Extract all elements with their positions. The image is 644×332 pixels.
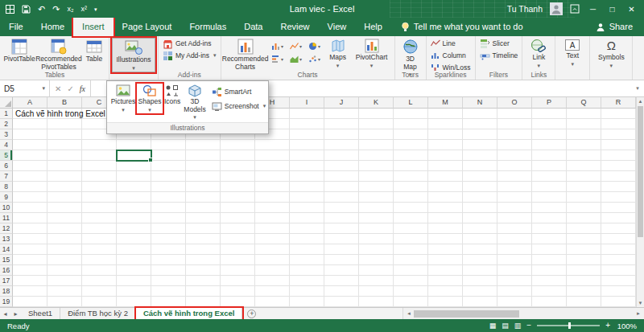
view-page-layout-icon[interactable]: ▤ <box>502 322 509 330</box>
recommended-charts-button[interactable]: Recommended Charts <box>224 38 267 72</box>
maps-button[interactable]: Maps <box>325 38 351 69</box>
horizontal-scrollbar[interactable]: ◄ ► <box>402 308 644 319</box>
view-page-break-icon[interactable]: ▥ <box>514 322 522 330</box>
column-header-O[interactable]: O <box>497 97 532 109</box>
row-header-19[interactable]: 19 <box>0 297 13 307</box>
tab-help[interactable]: Help <box>355 18 391 36</box>
column-header-K[interactable]: K <box>359 97 394 109</box>
column-header-P[interactable]: P <box>532 97 567 109</box>
row-header-7[interactable]: 7 <box>0 171 13 182</box>
shapes-button[interactable]: Shapes <box>137 84 163 113</box>
row-header-2[interactable]: 2 <box>0 119 13 129</box>
select-all-button[interactable] <box>0 97 13 109</box>
row-header-15[interactable]: 15 <box>0 255 13 265</box>
zoom-slider[interactable] <box>537 325 600 326</box>
column-header-N[interactable]: N <box>463 97 497 109</box>
sparkline-column-button[interactable]: Column <box>429 50 473 61</box>
pivottable-button[interactable]: PivotTable <box>3 38 35 64</box>
row-header-17[interactable]: 17 <box>0 276 13 286</box>
table-button[interactable]: Table <box>82 38 106 64</box>
timeline-button[interactable]: Timeline <box>478 50 520 61</box>
symbols-button[interactable]: Ω Symbols <box>592 38 630 69</box>
insert-scatter-chart-button[interactable] <box>306 53 324 65</box>
column-header-Q[interactable]: Q <box>567 97 601 109</box>
qat-customize-button[interactable]: ▾ <box>94 6 97 12</box>
horizontal-scroll-track[interactable] <box>414 310 634 318</box>
get-addins-button[interactable]: Get Add-ins <box>161 38 218 49</box>
tab-data[interactable]: Data <box>235 18 271 36</box>
view-normal-icon[interactable]: ▦ <box>489 322 497 330</box>
hscroll-right-icon[interactable]: ► <box>634 309 642 318</box>
new-sheet-button[interactable]: + <box>247 309 256 318</box>
row-header-18[interactable]: 18 <box>0 286 13 297</box>
column-header-L[interactable]: L <box>394 97 428 109</box>
my-addins-button[interactable]: My Add-ins <box>161 50 218 61</box>
row-header-6[interactable]: 6 <box>0 161 13 171</box>
zoom-in-button[interactable]: + <box>605 322 610 330</box>
formula-bar-expand-icon[interactable]: ▾ <box>631 80 644 96</box>
superscript-button[interactable]: x² <box>80 6 87 13</box>
column-header-B[interactable]: B <box>47 97 82 109</box>
row-header-5[interactable]: 5 <box>0 150 13 161</box>
pivotchart-button[interactable]: PivotChart <box>352 38 392 69</box>
tab-page-layout[interactable]: Page Layout <box>114 18 181 36</box>
tab-review[interactable]: Review <box>271 18 318 36</box>
formula-enter-icon[interactable]: ✓ <box>67 84 73 93</box>
tab-view[interactable]: View <box>319 18 356 36</box>
row-header-13[interactable]: 13 <box>0 234 13 244</box>
undo-button[interactable]: ↶ <box>38 5 45 14</box>
row-header-11[interactable]: 11 <box>0 213 13 223</box>
save-icon[interactable] <box>22 5 31 14</box>
vertical-scrollbar[interactable]: ▲ ▼ <box>636 97 644 307</box>
slicer-button[interactable]: Slicer <box>478 38 520 49</box>
sheet-tab-diem-tb-hoc-ky-2[interactable]: Điểm TB học kỳ 2 <box>60 308 136 319</box>
sparkline-line-button[interactable]: Line <box>429 38 473 49</box>
row-header-14[interactable]: 14 <box>0 244 13 255</box>
minimize-button[interactable]: ─ <box>587 5 599 14</box>
column-header-M[interactable]: M <box>428 97 463 109</box>
insert-column-chart-button[interactable] <box>269 40 287 52</box>
subscript-button[interactable]: x₂ <box>67 6 73 13</box>
zoom-level[interactable]: 100% <box>616 322 637 330</box>
insert-pie-chart-button[interactable] <box>306 40 324 52</box>
column-header-R[interactable]: R <box>601 97 636 109</box>
column-header-I[interactable]: I <box>290 97 324 109</box>
column-header-A[interactable]: A <box>13 97 47 109</box>
recommended-pivottables-button[interactable]: Recommended PivotTables <box>36 38 81 72</box>
column-header-J[interactable]: J <box>324 97 359 109</box>
ribbon-display-options-icon[interactable] <box>570 4 580 14</box>
illustrations-button[interactable]: Illustrations <box>112 38 155 72</box>
insert-function-button[interactable]: fx <box>80 84 85 93</box>
link-button[interactable]: Link <box>525 38 552 69</box>
row-header-8[interactable]: 8 <box>0 182 13 192</box>
tab-file[interactable]: File <box>0 18 32 36</box>
hscroll-left-icon[interactable]: ◄ <box>405 309 413 318</box>
smartart-button[interactable]: SmartArt <box>210 86 268 97</box>
formula-cancel-icon[interactable]: ✕ <box>55 84 61 93</box>
sheet-tab-cach-ve-hinh-trong-excel[interactable]: Cách vẽ hình trong Excel <box>136 308 243 319</box>
active-cell-selection[interactable] <box>116 150 152 162</box>
row-header-3[interactable]: 3 <box>0 129 13 140</box>
vertical-scroll-thumb[interactable] <box>638 106 643 237</box>
screenshot-button[interactable]: Screenshot <box>210 100 268 112</box>
user-name[interactable]: Tu Thanh <box>507 4 543 14</box>
tab-home[interactable]: Home <box>32 18 73 36</box>
tell-me-box[interactable]: Tell me what you want to do <box>401 18 523 36</box>
name-box[interactable]: D5 ▾ <box>0 80 50 96</box>
pictures-button[interactable]: Pictures <box>109 84 137 113</box>
insert-area-chart-button[interactable] <box>287 53 305 65</box>
sheet-nav-right-icon[interactable]: ▸ <box>10 310 21 318</box>
icons-button[interactable]: Icons <box>163 84 182 107</box>
insert-line-chart-button[interactable] <box>287 40 305 52</box>
horizontal-scroll-thumb[interactable] <box>414 310 519 318</box>
row-header-9[interactable]: 9 <box>0 192 13 203</box>
row-header-1[interactable]: 1 <box>0 109 13 119</box>
text-button[interactable]: A Text <box>558 38 587 68</box>
grid-canvas[interactable]: Cách vẽ hình trong Excel <box>13 109 636 307</box>
row-header-10[interactable]: 10 <box>0 203 13 213</box>
tab-formulas[interactable]: Formulas <box>180 18 235 36</box>
zoom-out-button[interactable]: − <box>526 322 531 330</box>
scroll-up-icon[interactable]: ▲ <box>638 97 643 105</box>
maximize-button[interactable]: □ <box>606 5 618 14</box>
tab-insert[interactable]: Insert <box>73 18 114 36</box>
